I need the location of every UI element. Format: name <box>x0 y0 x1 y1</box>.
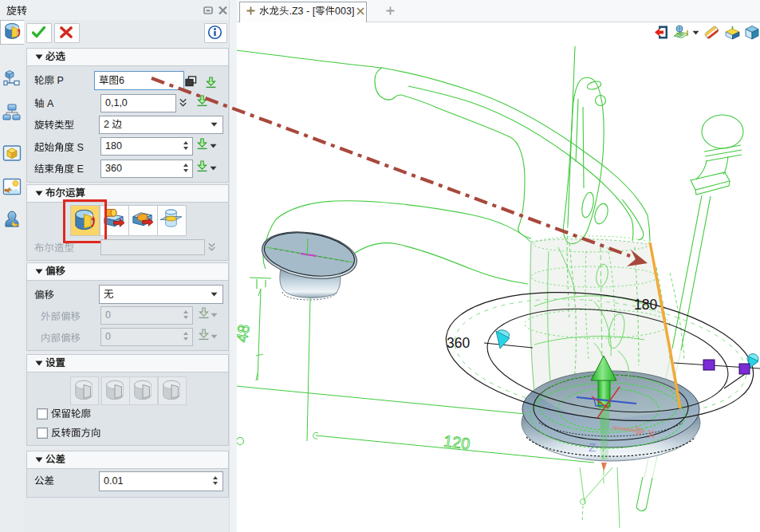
svg-text:0: 0 <box>105 331 111 342</box>
svg-text:E: E <box>77 164 84 175</box>
svg-text:.Z3: .Z3 <box>289 6 304 17</box>
svg-text:2: 2 <box>104 119 109 130</box>
svg-text:P: P <box>57 75 64 86</box>
svg-text:180: 180 <box>634 297 657 313</box>
svg-text:360: 360 <box>447 335 470 351</box>
svg-text:X: X <box>648 428 656 440</box>
svg-text:S: S <box>77 142 84 153</box>
svg-text:6: 6 <box>119 75 124 86</box>
svg-text:Z: Z <box>589 440 596 454</box>
svg-text:003]: 003] <box>335 6 354 17</box>
svg-text:[: [ <box>313 6 316 17</box>
svg-text:0: 0 <box>105 309 111 321</box>
svg-text:0,1,0: 0,1,0 <box>105 97 128 108</box>
svg-text:A: A <box>47 98 54 109</box>
svg-text:180: 180 <box>105 140 122 152</box>
svg-text:48: 48 <box>236 324 253 344</box>
svg-text:120: 120 <box>443 432 471 453</box>
svg-text:0.01: 0.01 <box>104 475 123 487</box>
svg-text:360: 360 <box>105 163 122 174</box>
svg-text:-: - <box>306 6 309 17</box>
